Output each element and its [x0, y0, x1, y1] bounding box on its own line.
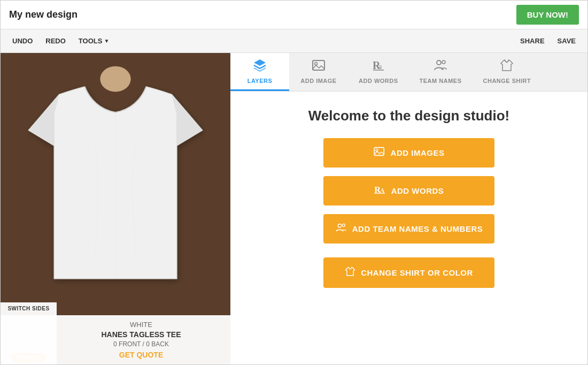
tab-add-words[interactable]: R a ADD WORDS — [348, 53, 409, 91]
get-quote-button[interactable]: GET QUOTE — [59, 351, 223, 359]
left-panel: SWITCH SIDES MINIMIZE WHITE HANES TAGLES… — [1, 53, 230, 364]
tools-button[interactable]: TOOLS ▼ — [73, 34, 114, 48]
shirt-info-panel: WHITE HANES TAGLESS TEE 0 FRONT / 0 BACK… — [1, 315, 230, 364]
tabs-bar: LAYERS ADD IMAGE — [230, 53, 587, 92]
svg-point-10 — [376, 149, 378, 151]
change-shirt-button[interactable]: CHANGE SHIRT OR COLOR — [323, 257, 494, 288]
canvas-area — [1, 53, 230, 300]
add-team-names-label: ADD TEAM NAMES & NUMBERS — [352, 224, 483, 233]
team-names-icon — [434, 58, 447, 75]
toolbar: UNDO REDO TOOLS ▼ SHARE SAVE — [1, 29, 587, 53]
right-content: Welcome to the design studio! ADD IMAGES — [230, 92, 587, 364]
add-images-label: ADD IMAGES — [391, 148, 445, 157]
svg-rect-9 — [374, 148, 384, 156]
tab-change-shirt[interactable]: CHANGE SHIRT — [473, 53, 542, 91]
tab-add-image-label: ADD IMAGE — [300, 78, 336, 84]
svg-point-3 — [315, 63, 318, 65]
change-shirt-btn-icon — [345, 266, 355, 279]
svg-point-8 — [442, 60, 445, 64]
shirt-color: WHITE — [59, 321, 223, 329]
tab-add-image[interactable]: ADD IMAGE — [289, 53, 348, 91]
welcome-title: Welcome to the design studio! — [308, 108, 510, 124]
right-panel: LAYERS ADD IMAGE — [230, 53, 587, 364]
add-team-names-icon — [335, 223, 347, 235]
add-team-names-button[interactable]: ADD TEAM NAMES & NUMBERS — [323, 214, 494, 244]
svg-point-7 — [437, 60, 441, 65]
svg-marker-1 — [254, 59, 266, 66]
layers-icon — [253, 58, 267, 75]
redo-button[interactable]: REDO — [40, 34, 71, 48]
tab-change-shirt-label: CHANGE SHIRT — [483, 78, 531, 84]
svg-point-15 — [342, 224, 345, 226]
add-images-button[interactable]: ADD IMAGES — [323, 138, 494, 168]
page-title: My new design — [9, 9, 78, 20]
tab-add-words-label: ADD WORDS — [359, 78, 398, 84]
add-words-button[interactable]: R a ADD WORDS — [323, 176, 494, 206]
svg-point-14 — [338, 224, 342, 227]
shirt-counts: 0 FRONT / 0 BACK — [59, 340, 223, 348]
add-words-label: ADD WORDS — [391, 186, 444, 195]
add-words-btn-icon: R a — [374, 185, 386, 197]
top-bar: My new design BUY NOW! — [1, 1, 587, 29]
save-button[interactable]: SAVE — [552, 34, 581, 48]
svg-text:a: a — [380, 187, 385, 194]
add-image-icon — [312, 58, 326, 75]
svg-rect-2 — [313, 60, 324, 70]
undo-button[interactable]: UNDO — [7, 34, 38, 48]
change-shirt-label: CHANGE SHIRT OR COLOR — [361, 268, 473, 277]
shirt-name: HANES TAGLESS TEE — [59, 330, 223, 339]
svg-point-0 — [100, 66, 130, 92]
buy-now-button[interactable]: BUY NOW! — [516, 5, 579, 25]
svg-text:a: a — [378, 63, 382, 71]
tab-layers-label: LAYERS — [247, 78, 273, 84]
tshirt-svg — [14, 64, 217, 299]
tab-team-names[interactable]: TEAM NAMES — [409, 53, 473, 91]
add-images-icon — [374, 147, 385, 159]
chevron-down-icon: ▼ — [104, 38, 109, 44]
add-words-icon: R a — [372, 58, 385, 75]
tab-team-names-label: TEAM NAMES — [420, 78, 462, 84]
main-content: SWITCH SIDES MINIMIZE WHITE HANES TAGLES… — [1, 53, 587, 364]
share-button[interactable]: SHARE — [515, 34, 550, 48]
change-shirt-icon — [500, 58, 514, 75]
tab-layers[interactable]: LAYERS — [230, 53, 289, 91]
tshirt-container — [14, 64, 217, 299]
tools-label: TOOLS — [79, 37, 103, 45]
switch-sides-label: SWITCH SIDES — [7, 306, 49, 311]
app-container: My new design BUY NOW! UNDO REDO TOOLS ▼… — [0, 0, 588, 365]
